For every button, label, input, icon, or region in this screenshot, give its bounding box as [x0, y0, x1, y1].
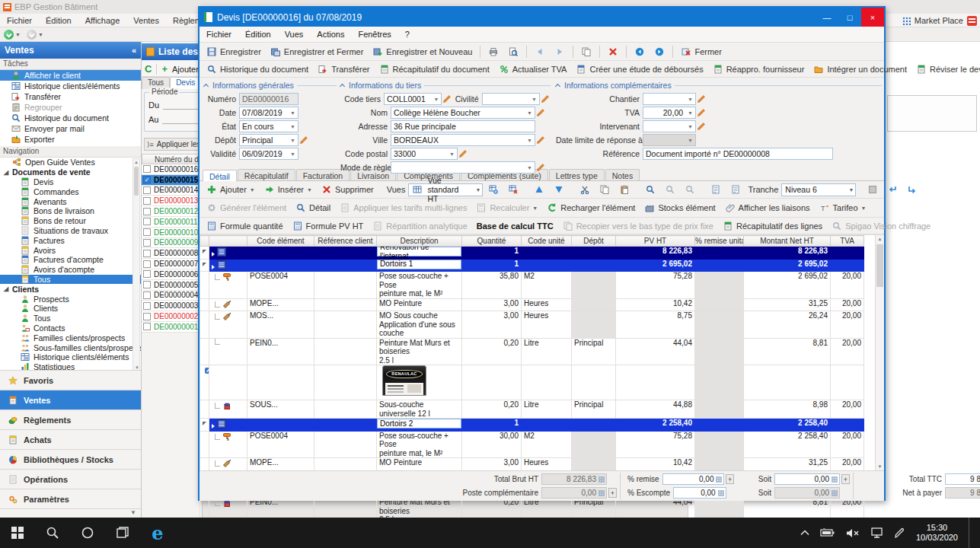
tree-item[interactable]: Historique clients/éléments: [0, 352, 141, 362]
start-button[interactable]: [0, 518, 35, 548]
column-header[interactable]: % remise unitair...: [695, 236, 744, 247]
search-button[interactable]: [35, 518, 70, 548]
tree-item[interactable]: Avoirs: [0, 245, 141, 255]
main-tb-enregistrer[interactable]: Enregistrer: [203, 45, 265, 59]
tab-r-capitulatif[interactable]: Récapitulatif: [238, 169, 295, 180]
nav-section-favoris[interactable]: Favoris: [0, 370, 141, 390]
clock[interactable]: 15:30 10/03/2020: [916, 523, 958, 543]
document-row[interactable]: DE00000006: [142, 269, 203, 280]
document-checkbox[interactable]: [143, 239, 151, 247]
task-item[interactable]: Afficher le client: [0, 70, 141, 81]
network-icon[interactable]: [870, 527, 883, 538]
element-tb-tarifeo[interactable]: TTarifeo▼: [816, 201, 870, 215]
cortana-button[interactable]: [70, 518, 105, 548]
field-nom[interactable]: Collège Hélène Boucher▼: [391, 107, 535, 119]
total-field--remise[interactable]: 0,00: [662, 473, 725, 485]
grid-section-row[interactable]: Dortoirs 212 258,402 258,40: [200, 419, 864, 432]
column-header[interactable]: Code élément: [247, 236, 314, 247]
collapse-group-icon[interactable]: [340, 84, 346, 88]
grid-section-row[interactable]: Rénovation de l'internat18 226,838 226,8…: [200, 247, 864, 260]
marketplace-grid-icon[interactable]: [902, 17, 911, 25]
main-tb-enregistrer-et-nouveau[interactable]: Enregistrer et Nouveau: [369, 45, 476, 59]
detail-tb-delete-view[interactable]: [504, 183, 522, 196]
forward-button[interactable]: ▼: [27, 30, 43, 40]
grid-item-row[interactable]: MOPE...MO Peinture3,00Heures10,4231,2520…: [200, 298, 864, 311]
main-tb-previous-record[interactable]: [630, 45, 649, 59]
tree-item[interactable]: ◢Clients: [0, 284, 141, 294]
total-field-total-ttc[interactable]: 9 872,20: [945, 473, 980, 485]
formula-tb-formule-quantit-[interactable]: Formule quantité: [203, 219, 287, 233]
grid-item-row[interactable]: MOS...MO Sous couche Application d'une s…: [200, 311, 864, 339]
detail-tb-move-up[interactable]: [530, 183, 548, 196]
action-tb-actualiser-tva[interactable]: Actualiser TVA: [495, 62, 571, 76]
back-button[interactable]: ▼: [4, 30, 21, 40]
tree-item[interactable]: Devis: [0, 177, 141, 187]
tree-item[interactable]: Clients: [0, 304, 141, 314]
collapse-group-icon[interactable]: [556, 84, 561, 88]
main-tb-undo[interactable]: [531, 45, 549, 59]
field-code-postal[interactable]: 33000▼: [391, 148, 458, 160]
tab-lettres-type[interactable]: Lettres type: [549, 169, 605, 180]
column-header[interactable]: Référence client: [314, 236, 377, 247]
pencil-icon[interactable]: [442, 94, 452, 104]
action-tb-cr-er-une-tude-de-d-bours-s[interactable]: Créer une étude de déboursés: [572, 62, 707, 76]
field-d-p-t[interactable]: Principal▼: [239, 134, 298, 146]
detail-tb-move-down[interactable]: [550, 183, 568, 196]
detail-tb-supprimer[interactable]: Supprimer: [318, 183, 378, 196]
tree-item[interactable]: Bons de retour: [0, 216, 141, 226]
detail-tb-copy[interactable]: [595, 183, 614, 196]
tree-item[interactable]: Factures d'acompte: [0, 255, 141, 265]
detail-tb-add-view[interactable]: [484, 183, 503, 196]
task-item[interactable]: Regrouper: [0, 102, 141, 113]
document-checkbox[interactable]: [143, 292, 151, 299]
tree-scrollbar[interactable]: ▲▼: [132, 158, 140, 372]
detail-tb-zoom-out[interactable]: [681, 183, 699, 196]
document-row[interactable]: DE00000009: [142, 238, 203, 249]
detail-tb-combo-5[interactable]: Vue standard HT▼: [408, 183, 483, 196]
document-row[interactable]: DE00000002: [142, 311, 203, 322]
pencil-icon[interactable]: [540, 94, 551, 104]
refresh-icon[interactable]: C: [145, 63, 152, 75]
date-from-input[interactable]: [163, 100, 203, 110]
document-checkbox[interactable]: [143, 250, 151, 257]
document-checkbox[interactable]: [143, 197, 151, 205]
grid-item-row[interactable]: POSE0004Pose sous-couche + Pose peinture…: [200, 431, 864, 458]
pencil-icon[interactable]: [696, 121, 707, 132]
pencil-icon[interactable]: [298, 135, 309, 145]
detail-tb-ins-rer[interactable]: Insérer▼: [260, 183, 316, 196]
nav-section-ventes[interactable]: Ventes: [0, 390, 141, 409]
document-row[interactable]: DE00000007: [142, 259, 203, 269]
task-item[interactable]: Transférer: [0, 91, 141, 102]
main-tb-redo[interactable]: [551, 45, 569, 59]
app-menu-0[interactable]: Fichier: [0, 14, 39, 27]
element-tb-appliquer-les-tarifs-multi-lignes[interactable]: Appliquer les tarifs multi-lignes: [336, 201, 471, 215]
tree-item[interactable]: Avoirs d'acompte: [0, 265, 141, 275]
pencil-icon[interactable]: [535, 107, 546, 118]
document-row[interactable]: DE00000014: [142, 186, 203, 196]
volume-muted-icon[interactable]: [846, 528, 860, 538]
detail-tb-color-box[interactable]: [863, 183, 882, 196]
detail-tb-zoom[interactable]: [641, 183, 659, 196]
document-checkbox[interactable]: [143, 165, 151, 173]
pencil-icon[interactable]: [696, 94, 707, 104]
formula-tb-formule-pv-ht[interactable]: Formule PV HT: [289, 219, 368, 233]
grid-section-row[interactable]: Dortoirs 112 695,022 695,02: [200, 259, 864, 272]
maximize-button[interactable]: □: [838, 8, 861, 27]
column-header[interactable]: Quantité: [462, 236, 522, 247]
grid-item-row[interactable]: MOPE...MO Peinture3,00Heures10,4231,2520…: [200, 458, 864, 471]
nav-section-op-rations[interactable]: Opérations: [0, 469, 141, 489]
main-tb-fermer[interactable]: Fermer: [677, 45, 725, 59]
document-checkbox[interactable]: [143, 260, 151, 268]
tab-notes[interactable]: Notes: [605, 169, 640, 180]
marketplace-label[interactable]: Market Place: [915, 16, 963, 25]
document-checkbox[interactable]: [143, 228, 151, 236]
main-tb-print[interactable]: [484, 45, 503, 59]
field-date-limite-de-r-ponse-l-appel-d-offre[interactable]: ▼: [643, 134, 696, 146]
action-tb-r-appro-fournisseur[interactable]: Réappro. fournisseur: [709, 62, 809, 76]
detail-tb-cut[interactable]: [576, 183, 594, 196]
formula-tb-r-capitulatif-des-lignes[interactable]: Récapitulatif des lignes: [719, 219, 826, 233]
column-header[interactable]: TVA: [831, 236, 864, 247]
pen-icon[interactable]: [894, 527, 905, 539]
document-row[interactable]: DE00000011: [142, 217, 203, 228]
add-icon[interactable]: +: [161, 63, 168, 75]
